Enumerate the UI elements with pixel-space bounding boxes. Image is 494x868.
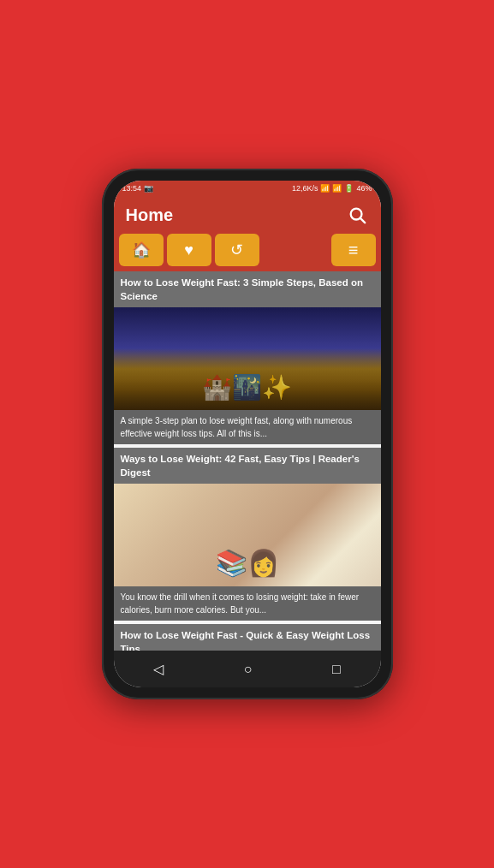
heart-icon: ♥ bbox=[184, 241, 193, 259]
status-icon: 📷 bbox=[144, 184, 153, 193]
girl-reading-image bbox=[114, 484, 381, 586]
tab-bar: 🏠 ♥ ↺ ≡ bbox=[114, 234, 381, 271]
status-time: 13:54 bbox=[122, 184, 142, 193]
search-button[interactable] bbox=[345, 203, 369, 227]
status-bar: 13:54 📷 12,6K/s 📶 📶 🔋 46% bbox=[114, 181, 381, 196]
home-button[interactable]: ○ bbox=[235, 658, 261, 681]
article-title-1: How to Lose Weight Fast: 3 Simple Steps,… bbox=[114, 271, 381, 307]
city-image bbox=[114, 307, 381, 410]
app-title: Home bbox=[126, 205, 174, 225]
app-header: Home bbox=[114, 196, 381, 234]
wifi-icon: 📶 bbox=[320, 184, 330, 193]
signal-icon: 📶 bbox=[332, 184, 342, 193]
history-icon: ↺ bbox=[230, 241, 243, 259]
battery-percent: 46% bbox=[356, 184, 372, 193]
tab-menu[interactable]: ≡ bbox=[331, 234, 376, 266]
status-right: 12,6K/s 📶 📶 🔋 46% bbox=[292, 184, 372, 193]
article-card-2[interactable]: Ways to Lose Weight: 42 Fast, Easy Tips … bbox=[114, 448, 381, 621]
phone-device: 13:54 📷 12,6K/s 📶 📶 🔋 46% Home bbox=[102, 169, 393, 699]
bottom-nav: ◁ ○ □ bbox=[114, 651, 381, 687]
content-area[interactable]: How to Lose Weight Fast: 3 Simple Steps,… bbox=[114, 271, 381, 651]
back-button[interactable]: ◁ bbox=[145, 657, 172, 681]
svg-line-1 bbox=[360, 218, 365, 223]
article-image-1 bbox=[114, 307, 381, 410]
tab-history[interactable]: ↺ bbox=[215, 234, 259, 266]
article-card-1[interactable]: How to Lose Weight Fast: 3 Simple Steps,… bbox=[114, 271, 381, 444]
battery-icon: 🔋 bbox=[344, 184, 354, 193]
tab-home[interactable]: 🏠 bbox=[119, 234, 164, 266]
article-excerpt-2: You know the drill when it comes to losi… bbox=[114, 586, 381, 621]
tab-favorites[interactable]: ♥ bbox=[167, 234, 211, 266]
article-card-3[interactable]: How to Lose Weight Fast - Quick & Easy W… bbox=[114, 624, 381, 651]
home-icon: 🏠 bbox=[132, 241, 151, 259]
phone-screen: 13:54 📷 12,6K/s 📶 📶 🔋 46% Home bbox=[114, 181, 381, 687]
article-excerpt-1: A simple 3-step plan to lose weight fast… bbox=[114, 410, 381, 444]
article-image-2 bbox=[114, 484, 381, 586]
article-title-3: How to Lose Weight Fast - Quick & Easy W… bbox=[114, 624, 381, 651]
status-left: 13:54 📷 bbox=[122, 184, 154, 193]
article-title-2: Ways to Lose Weight: 42 Fast, Easy Tips … bbox=[114, 448, 381, 484]
menu-icon: ≡ bbox=[348, 241, 359, 260]
status-network: 12,6K/s bbox=[292, 184, 318, 193]
recent-button[interactable]: □ bbox=[324, 658, 349, 681]
